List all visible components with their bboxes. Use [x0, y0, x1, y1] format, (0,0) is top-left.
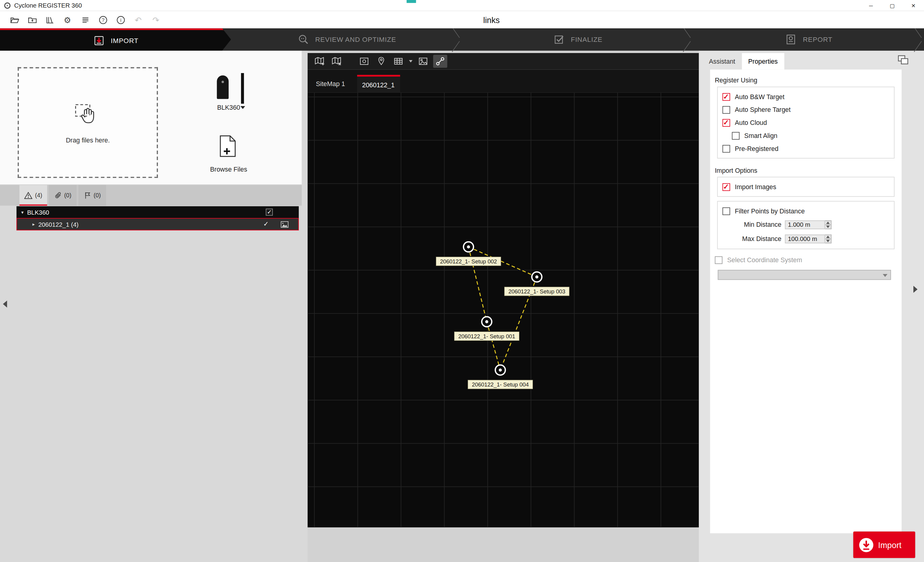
- info-icon[interactable]: i: [116, 15, 126, 25]
- import-project-icon[interactable]: [27, 15, 37, 25]
- browse-files-label[interactable]: Browse Files: [196, 165, 261, 172]
- import-options-title: Import Options: [715, 167, 895, 174]
- setup-node[interactable]: 2060122_1- Setup 002: [436, 242, 501, 266]
- tab-assistant[interactable]: Assistant: [702, 53, 742, 69]
- tree-row-selected[interactable]: ▸ 2060122_1 (4) ✓: [16, 218, 298, 230]
- show-links-button[interactable]: [433, 55, 447, 68]
- add-sitemap-button[interactable]: [312, 55, 327, 68]
- min-distance-field[interactable]: 1.000 m: [785, 220, 825, 229]
- checkbox-auto-bw-target[interactable]: [722, 93, 730, 100]
- svg-text:2060122_1- Setup 002: 2060122_1- Setup 002: [440, 258, 497, 265]
- setup-node[interactable]: 2060122_1- Setup 003: [504, 272, 569, 296]
- log-list-icon[interactable]: [80, 15, 90, 25]
- checkbox-auto-sphere-target[interactable]: [722, 106, 730, 113]
- checkbox-smart-align[interactable]: [732, 132, 740, 139]
- setup-node[interactable]: 2060122_1- Setup 004: [468, 365, 532, 389]
- issue-tab-strip: (4) (0) (0): [0, 185, 302, 205]
- file-drop-area: Drag files here. BLK360 Browse Files: [0, 51, 302, 185]
- import-download-icon: [858, 537, 874, 553]
- grid-options-button[interactable]: [392, 55, 406, 68]
- main-toolbar: ⚙ ? i ↶ ↷ links: [0, 11, 924, 28]
- collapse-right-panel-handle[interactable]: [914, 286, 918, 293]
- caret-down-icon[interactable]: ▾: [21, 210, 24, 214]
- filter-points-group: Filter Points by Distance Min Distance 1…: [717, 201, 895, 249]
- import-button[interactable]: Import: [854, 531, 915, 558]
- option-auto-cloud[interactable]: Auto Cloud: [722, 116, 889, 129]
- workflow-tab-import[interactable]: IMPORT: [0, 28, 231, 51]
- image-thumbnail-icon[interactable]: [280, 221, 289, 228]
- svg-text:i: i: [120, 17, 121, 23]
- sitemap-toolbar: [308, 53, 699, 69]
- setup-node[interactable]: 2060122_1- Setup 001: [454, 317, 519, 341]
- register-using-group: Auto B&W Target Auto Sphere Target Auto …: [717, 87, 895, 159]
- max-distance-spinner[interactable]: [825, 234, 831, 243]
- flag-icon: [84, 192, 91, 199]
- maximize-button[interactable]: ▢: [882, 0, 903, 11]
- library-icon[interactable]: [45, 15, 55, 25]
- undo-icon[interactable]: ↶: [133, 15, 143, 25]
- workflow-tab-label: FINALIZE: [571, 36, 602, 43]
- check-mark: ✓: [263, 220, 268, 228]
- max-distance-row: Max Distance 100.000 m: [722, 232, 889, 246]
- tab-warnings[interactable]: (4): [20, 185, 47, 205]
- blk360-slider[interactable]: [241, 73, 244, 104]
- document-tab-bar: SiteMap 1 2060122_1: [308, 69, 699, 93]
- min-distance-spinner[interactable]: [825, 220, 831, 229]
- add-location-pin-button[interactable]: [374, 55, 388, 68]
- option-auto-bw-target[interactable]: Auto B&W Target: [722, 90, 889, 103]
- report-icon: [784, 33, 798, 46]
- finalize-check-icon: [553, 33, 566, 46]
- option-auto-sphere-target[interactable]: Auto Sphere Target: [722, 103, 889, 116]
- coordinate-system-select[interactable]: [718, 270, 891, 280]
- tree-root-row[interactable]: ▾ BLK360: [16, 206, 298, 218]
- tab-flags[interactable]: (0): [78, 185, 106, 205]
- tab-attachments[interactable]: (0): [49, 185, 76, 205]
- sitemap-canvas[interactable]: 2060122_1- Setup 0022060122_1- Setup 003…: [308, 93, 699, 528]
- option-filter-points[interactable]: Filter Points by Distance: [722, 205, 889, 218]
- tab-properties[interactable]: Properties: [742, 53, 784, 69]
- grid-options-caret[interactable]: [408, 55, 413, 68]
- app-window: Cyclone REGISTER 360 ─ ▢ ✕ ⚙ ?: [0, 0, 924, 562]
- workflow-tab-finalize[interactable]: FINALIZE: [462, 28, 693, 51]
- option-select-coordinate-system[interactable]: Select Coordinate System: [715, 253, 895, 267]
- option-smart-align[interactable]: Smart Align: [722, 129, 889, 142]
- tree-root-checkbox[interactable]: [266, 208, 273, 216]
- collapse-left-panel-handle[interactable]: [3, 300, 7, 307]
- browse-files-icon[interactable]: [219, 134, 237, 158]
- show-images-button[interactable]: [416, 55, 430, 68]
- minimize-button[interactable]: ─: [860, 0, 882, 11]
- min-distance-label: Min Distance: [732, 221, 781, 228]
- workflow-tab-review[interactable]: REVIEW AND OPTIMIZE: [231, 28, 462, 51]
- open-folder-icon[interactable]: [9, 15, 20, 25]
- blk360-device-icon[interactable]: [217, 75, 229, 99]
- caret-right-icon[interactable]: ▸: [32, 222, 35, 227]
- workflow-tab-label: IMPORT: [111, 37, 138, 43]
- workflow-tab-report[interactable]: REPORT: [693, 28, 924, 51]
- checkbox-auto-cloud[interactable]: [722, 119, 730, 126]
- view-targets-button[interactable]: [357, 55, 371, 68]
- checkbox-import-images[interactable]: [722, 183, 730, 191]
- help-icon[interactable]: ?: [98, 15, 108, 25]
- tab-sitemap-1[interactable]: SiteMap 1: [310, 75, 350, 93]
- close-button[interactable]: ✕: [903, 0, 924, 11]
- dropzone[interactable]: Drag files here.: [18, 67, 158, 178]
- max-distance-field[interactable]: 100.000 m: [785, 234, 825, 243]
- sitemap-svg: 2060122_1- Setup 0022060122_1- Setup 003…: [308, 93, 699, 528]
- redo-icon[interactable]: ↷: [151, 15, 161, 25]
- titlebar-accent-mark: [406, 0, 416, 3]
- checkbox-select-coordinate-system[interactable]: [715, 256, 722, 264]
- layout-panels-icon[interactable]: [897, 54, 909, 65]
- import-tree: ▾ BLK360 ▸ 2060122_1 (4) ✓: [16, 206, 298, 230]
- checkbox-filter-points[interactable]: [722, 207, 730, 214]
- attachments-count: (0): [64, 192, 72, 199]
- settings-gear-icon[interactable]: ⚙: [63, 15, 72, 25]
- sitemap-workspace: SiteMap 1 2060122_1 2060122_1- Setup 002…: [308, 51, 699, 562]
- option-pre-registered[interactable]: Pre-Registered: [722, 142, 889, 155]
- remove-sitemap-button[interactable]: [330, 55, 344, 68]
- option-import-images[interactable]: Import Images: [722, 180, 889, 193]
- tab-2060122-1[interactable]: 2060122_1: [357, 75, 400, 93]
- chevron-separator: [682, 28, 689, 51]
- checkbox-pre-registered[interactable]: [722, 145, 730, 152]
- app-logo-icon: [4, 1, 11, 9]
- tree-root-label: BLK360: [27, 208, 49, 216]
